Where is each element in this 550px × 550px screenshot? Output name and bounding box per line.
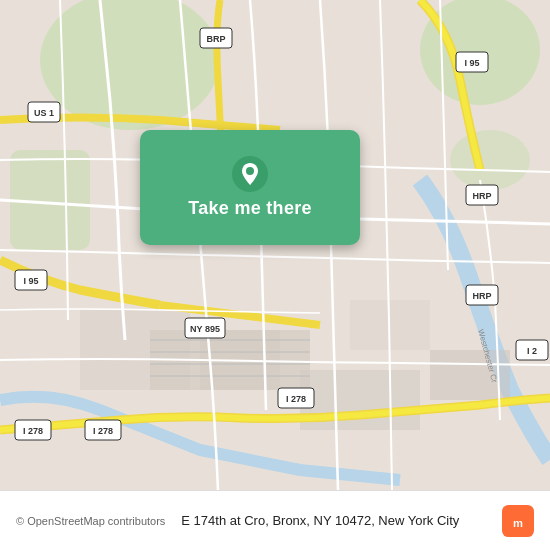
svg-text:HRP: HRP (472, 291, 491, 301)
moovit-logo: m (502, 505, 534, 537)
svg-text:BRP: BRP (206, 34, 225, 44)
svg-text:HRP: HRP (472, 191, 491, 201)
address-text: E 174th at Cro, Bronx, NY 10472, New Yor… (181, 513, 492, 528)
svg-text:I 2: I 2 (527, 346, 537, 356)
svg-text:NY 895: NY 895 (190, 324, 220, 334)
svg-text:I 278: I 278 (93, 426, 113, 436)
svg-text:I 95: I 95 (23, 276, 38, 286)
svg-text:US 1: US 1 (34, 108, 54, 118)
svg-text:m: m (513, 517, 523, 529)
svg-point-4 (450, 130, 530, 190)
moovit-logo-icon: m (502, 505, 534, 537)
take-me-there-label[interactable]: Take me there (188, 198, 312, 219)
bottom-bar: © OpenStreetMap contributors E 174th at … (0, 490, 550, 550)
copyright-text: © OpenStreetMap contributors (16, 515, 171, 527)
svg-text:I 95: I 95 (464, 58, 479, 68)
svg-text:I 278: I 278 (23, 426, 43, 436)
svg-text:I 278: I 278 (286, 394, 306, 404)
location-pin-icon (232, 156, 268, 192)
map-background: US 1 BRP I 95 HRP I 95 NY 895 HRP I 278 … (0, 0, 550, 490)
map-container: US 1 BRP I 95 HRP I 95 NY 895 HRP I 278 … (0, 0, 550, 490)
svg-point-39 (246, 167, 254, 175)
take-me-there-card[interactable]: Take me there (140, 130, 360, 245)
